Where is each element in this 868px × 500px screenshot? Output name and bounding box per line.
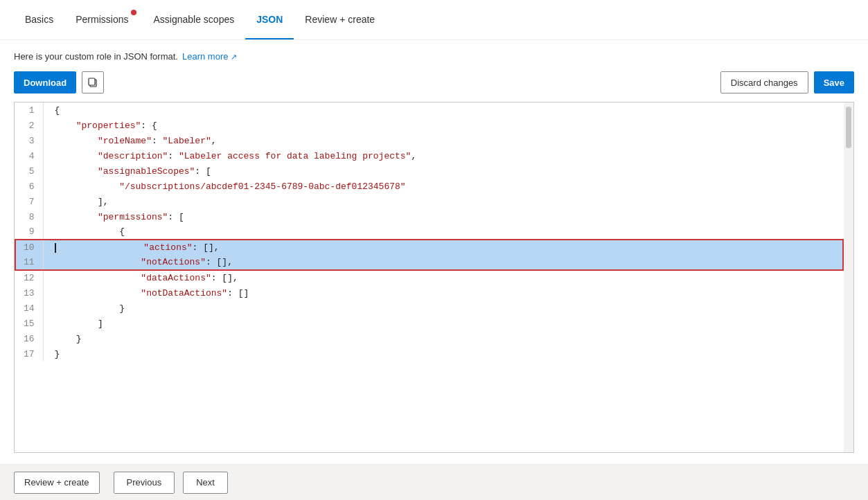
line-number: 7 <box>15 194 43 209</box>
info-text: Here is your custom role in JSON format. <box>14 51 178 62</box>
line-content: "/subscriptions/abcdef01-2345-6789-0abc-… <box>43 179 843 194</box>
tab-json[interactable]: JSON <box>245 0 294 39</box>
scrollbar-thumb[interactable] <box>846 107 851 148</box>
code-scroll[interactable]: 1 { 2 "properties": { 3 "roleName": "Lab… <box>15 102 844 452</box>
tab-assignable-scopes[interactable]: Assignable scopes <box>142 0 245 39</box>
svg-rect-1 <box>89 78 95 85</box>
review-create-button[interactable]: Review + create <box>14 472 100 494</box>
tab-basics[interactable]: Basics <box>14 0 64 39</box>
table-row: 12 "dataActions": [], <box>15 270 843 285</box>
line-content: { <box>43 224 843 240</box>
line-content: "description": "Labeler access for data … <box>43 148 843 163</box>
external-link-icon: ↗ <box>231 53 237 61</box>
line-content: "actions": [], <box>43 240 843 255</box>
line-number: 15 <box>15 316 43 331</box>
line-content: "notDataActions": [] <box>43 285 843 301</box>
line-number: 16 <box>15 331 43 346</box>
line-content: } <box>43 331 843 346</box>
tab-permissions[interactable]: Permissions <box>64 0 142 39</box>
line-content: "permissions": [ <box>43 209 843 224</box>
tab-assignable-scopes-label: Assignable scopes <box>153 14 234 25</box>
scrollbar[interactable] <box>844 102 853 452</box>
line-content: } <box>43 301 843 316</box>
tab-review-create-label: Review + create <box>305 14 375 25</box>
table-row: 9 { <box>15 224 843 240</box>
line-content: "assignableScopes": [ <box>43 163 843 179</box>
footer: Review + create Previous Next <box>0 464 868 500</box>
info-bar: Here is your custom role in JSON format.… <box>14 51 854 62</box>
line-content: "properties": { <box>43 118 843 133</box>
table-row: 1 { <box>15 102 843 118</box>
line-content: ] <box>43 316 843 331</box>
permissions-dot <box>131 10 136 15</box>
table-row: 2 "properties": { <box>15 118 843 133</box>
code-table: 1 { 2 "properties": { 3 "roleName": "Lab… <box>15 102 844 361</box>
toolbar: Download Discard changes Save <box>14 71 854 93</box>
table-row: 4 "description": "Labeler access for dat… <box>15 148 843 163</box>
line-content: "notActions": [], <box>43 255 843 270</box>
download-button[interactable]: Download <box>14 71 76 93</box>
line-number: 17 <box>15 346 43 361</box>
line-content: "dataActions": [], <box>43 270 843 285</box>
line-number: 10 <box>15 240 43 255</box>
table-row: 15 ] <box>15 316 843 331</box>
discard-changes-button[interactable]: Discard changes <box>720 71 808 93</box>
line-number: 2 <box>15 118 43 133</box>
previous-button[interactable]: Previous <box>114 472 175 494</box>
tab-basics-label: Basics <box>25 14 53 25</box>
line-number: 5 <box>15 163 43 179</box>
line-number: 9 <box>15 224 43 240</box>
line-number: 8 <box>15 209 43 224</box>
code-editor[interactable]: 1 { 2 "properties": { 3 "roleName": "Lab… <box>14 102 854 453</box>
next-button[interactable]: Next <box>183 472 228 494</box>
table-row: 5 "assignableScopes": [ <box>15 163 843 179</box>
line-number: 3 <box>15 133 43 148</box>
copy-button[interactable] <box>82 71 104 93</box>
line-content: ], <box>43 194 843 209</box>
line-number: 1 <box>15 102 43 118</box>
table-row: 7 ], <box>15 194 843 209</box>
table-row: 6 "/subscriptions/abcdef01-2345-6789-0ab… <box>15 179 843 194</box>
line-content: "roleName": "Labeler", <box>43 133 843 148</box>
line-number: 4 <box>15 148 43 163</box>
table-row: 16 } <box>15 331 843 346</box>
table-row-selected: 10 "actions": [], <box>15 240 843 255</box>
table-row: 8 "permissions": [ <box>15 209 843 224</box>
tab-json-label: JSON <box>256 14 283 25</box>
table-row: 17 } <box>15 346 843 361</box>
tab-bar: Basics Permissions Assignable scopes JSO… <box>0 0 868 40</box>
table-row: 13 "notDataActions": [] <box>15 285 843 301</box>
table-row: 3 "roleName": "Labeler", <box>15 133 843 148</box>
main-content: Here is your custom role in JSON format.… <box>0 40 868 464</box>
table-row-selected: 11 "notActions": [], <box>15 255 843 270</box>
tab-review-create[interactable]: Review + create <box>294 0 386 39</box>
tab-permissions-label: Permissions <box>76 14 128 25</box>
table-row: 14 } <box>15 301 843 316</box>
line-content: } <box>43 346 843 361</box>
learn-more-link[interactable]: Learn more ↗ <box>182 51 237 62</box>
line-number: 11 <box>15 255 43 270</box>
copy-icon <box>87 77 98 88</box>
line-number: 13 <box>15 285 43 301</box>
save-button[interactable]: Save <box>814 71 854 93</box>
line-number: 14 <box>15 301 43 316</box>
learn-more-label: Learn more <box>182 51 228 62</box>
line-number: 6 <box>15 179 43 194</box>
line-number: 12 <box>15 270 43 285</box>
line-content: { <box>43 102 843 118</box>
